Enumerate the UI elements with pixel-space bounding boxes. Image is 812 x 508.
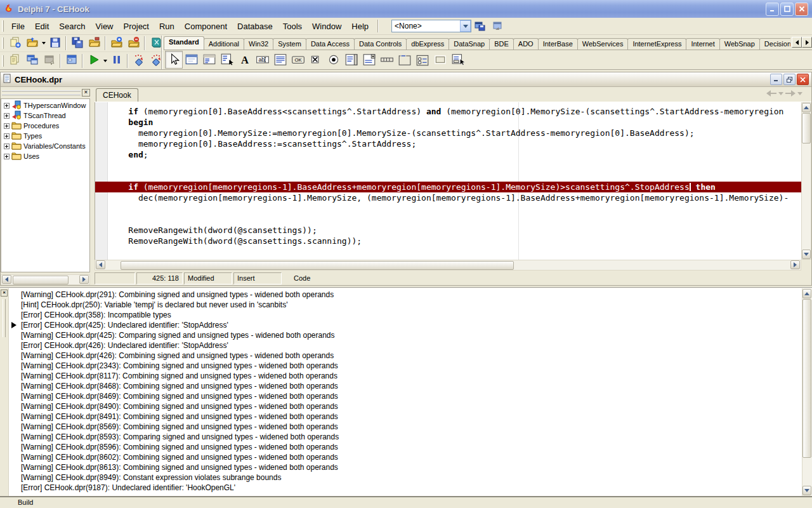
tree-item-variables-constants[interactable]: Variables/Constants [1,141,89,151]
palette-tab-win32[interactable]: Win32 [244,38,273,50]
trace-into-button[interactable] [130,53,147,69]
palette-component-popupmenu-icon[interactable] [218,51,236,69]
messages-scroll-down-icon[interactable] [802,486,811,495]
code-line[interactable]: dec(memoryregion[memoryregions-1].Memory… [108,192,801,203]
open-button[interactable] [23,36,41,51]
view-form-button[interactable] [23,53,41,69]
add-file-to-project-button[interactable] [108,36,125,51]
code-line[interactable] [108,214,801,225]
desktop-speedsetting-combo[interactable]: <None> [391,20,471,32]
menu-tools[interactable]: Tools [278,19,307,34]
messages-close-icon[interactable]: × [1,290,8,297]
palette-tab-system[interactable]: System [273,38,306,50]
open-dropdown-icon[interactable] [41,36,46,51]
palette-component-edit-icon[interactable]: ab [254,51,272,69]
message-row[interactable]: [Hint] CEHook.dpr(250): Variable 'tempj'… [10,300,801,310]
minimize-button[interactable] [766,3,779,16]
messages-grip[interactable] [3,299,6,337]
palette-component-panel-icon[interactable] [431,51,449,69]
menu-search[interactable]: Search [54,19,90,34]
code-explorer-close-icon[interactable]: × [82,89,90,97]
back-dropdown-icon[interactable] [778,92,783,95]
menu-database[interactable]: Database [232,19,278,34]
expand-icon[interactable] [4,144,10,149]
palette-tab-internet[interactable]: Internet [686,38,719,50]
menu-component[interactable]: Component [180,19,232,34]
menu-run[interactable]: Run [154,19,180,34]
code-line[interactable]: RemoveRangewith(dword(@scansettings)); [108,225,801,236]
palette-tab-decision-cube[interactable]: Decision Cube [759,38,790,50]
code-tab[interactable]: Code [285,273,319,284]
palette-tab-bde[interactable]: BDE [489,38,514,50]
forward-dropdown-icon[interactable] [797,92,802,95]
palette-component-checkbox-icon[interactable] [307,51,325,69]
expand-icon[interactable] [4,113,10,119]
code-line[interactable] [108,171,801,182]
palette-scroll-left-button[interactable] [792,37,802,48]
message-row[interactable]: [Warning] CEHook.dpr(8593): Comparing si… [10,432,801,442]
tree-splitter[interactable] [90,88,95,272]
set-debug-desktop-button[interactable] [488,18,506,34]
code-line[interactable]: RemoveRangeWith(dword(@scansettings.scan… [108,236,801,246]
tree-scroll-right-icon[interactable] [79,275,89,284]
palette-tab-standard[interactable]: Standard [164,36,204,50]
expand-icon[interactable] [4,133,10,139]
message-row[interactable]: [Error] CEHook.dpr(426): Undeclared iden… [10,340,801,351]
palette-tab-data-access[interactable]: Data Access [306,38,355,50]
menu-view[interactable]: View [91,19,119,34]
menu-window[interactable]: Window [307,19,346,34]
palette-tab-internetexpress[interactable]: InternetExpress [627,38,686,50]
code-line[interactable]: if (memoryregion[0].BaseAddress<scansett… [108,106,801,117]
tree-item-thyperscanwindow[interactable]: THyperscanWindow [1,100,89,110]
messages-scroll-up-icon[interactable] [802,289,811,298]
message-row[interactable]: [Warning] CEHook.dpr(426): Combining sig… [10,351,801,361]
code-explorer-grip[interactable] [2,90,81,95]
code-line[interactable]: memoryregion[0].BaseAddress:=scansetting… [108,138,801,149]
palette-component-combobox-icon[interactable] [360,51,378,69]
code-line[interactable]: begin [108,117,801,128]
message-row[interactable]: [Warning] CEHook.dpr(8468): Combining si… [10,381,801,391]
palette-tab-data-controls[interactable]: Data Controls [354,38,407,50]
editor-hscrollbar[interactable] [95,260,801,271]
palette-component-groupbox-icon[interactable] [396,51,414,69]
save-button[interactable] [46,36,63,51]
toolbar1-grip[interactable] [2,37,4,49]
message-row[interactable]: [Error] CEHook.dpr(425): Undeclared iden… [10,320,801,330]
tree-item-uses[interactable]: Uses [1,151,89,161]
error-highlighted-line[interactable]: if (memoryregion[memoryregions-1].BaseAd… [95,182,801,192]
palette-tab-webservices[interactable]: WebServices [577,38,629,50]
tree-item-tscanthread[interactable]: TScanThread [1,110,89,121]
toolbar2-grip[interactable] [2,55,4,67]
editor-vscrollbar[interactable] [801,102,811,260]
palette-tab-dbexpress[interactable]: dbExpress [406,38,449,50]
editor-restore-button[interactable] [783,74,796,85]
palette-component-mainmenu-icon[interactable] [200,51,218,69]
messages-vscrollbar[interactable] [802,288,812,496]
message-row[interactable]: [Warning] CEHook.dpr(8596): Combining si… [10,442,801,452]
build-tab[interactable]: Build [9,497,42,507]
editor-scroll-down-icon[interactable] [802,250,811,259]
message-row[interactable]: [Warning] CEHook.dpr(2343): Combining si… [10,361,801,371]
message-row[interactable]: [Warning] CEHook.dpr(8469): Combining si… [10,391,801,401]
maximize-button[interactable] [780,3,794,16]
message-row[interactable]: [Error] CEHook.dpr(358): Incompatible ty… [10,310,801,320]
palette-tab-datasnap[interactable]: DataSnap [449,38,490,50]
editor-close-button[interactable] [797,74,809,85]
tree-item-procedures[interactable]: Procedures [1,121,89,131]
message-row[interactable]: [Warning] CEHook.dpr(291): Combining sig… [10,290,801,300]
pause-button[interactable] [108,53,125,69]
tab-cehook[interactable]: CEHook [96,88,138,102]
open-project-button[interactable] [86,36,103,51]
editor-scroll-up-icon[interactable] [802,103,811,112]
message-row[interactable]: [Warning] CEHook.dpr(8569): Combining si… [10,422,801,432]
palette-component-scrollbar-icon[interactable] [378,51,396,69]
combo-dropdown-button[interactable] [460,20,471,32]
palette-tab-ado[interactable]: ADO [513,38,539,50]
remove-file-from-project-button[interactable] [125,36,142,51]
message-row[interactable]: [Warning] CEHook.dpr(8602): Combining si… [10,452,801,462]
view-unit-button[interactable] [6,53,23,69]
palette-tab-websnap[interactable]: WebSnap [719,38,760,50]
message-row[interactable]: [Error] CEHook.dpr(9187): Undeclared ide… [10,483,801,493]
code-editor[interactable]: if (memoryregion[0].BaseAddress<scansett… [95,102,801,260]
message-row[interactable]: [Warning] CEHook.dpr(8117): Combining si… [10,371,801,381]
